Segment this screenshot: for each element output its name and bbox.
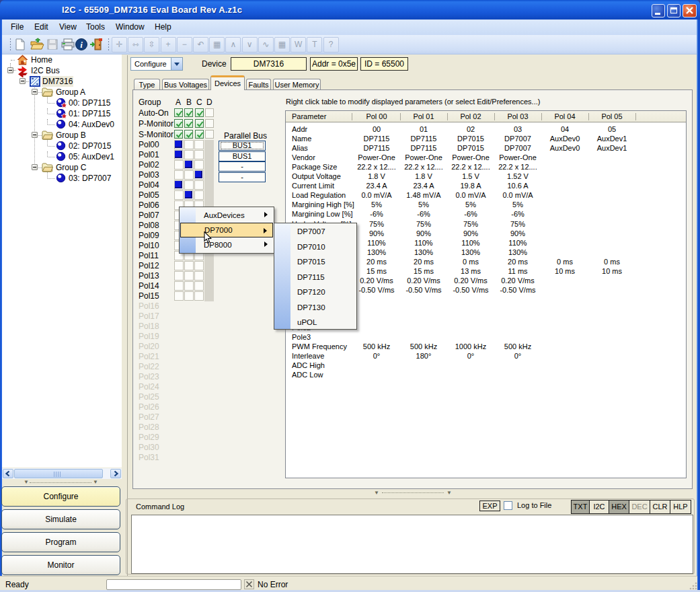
svg-text:i: i — [80, 40, 83, 50]
